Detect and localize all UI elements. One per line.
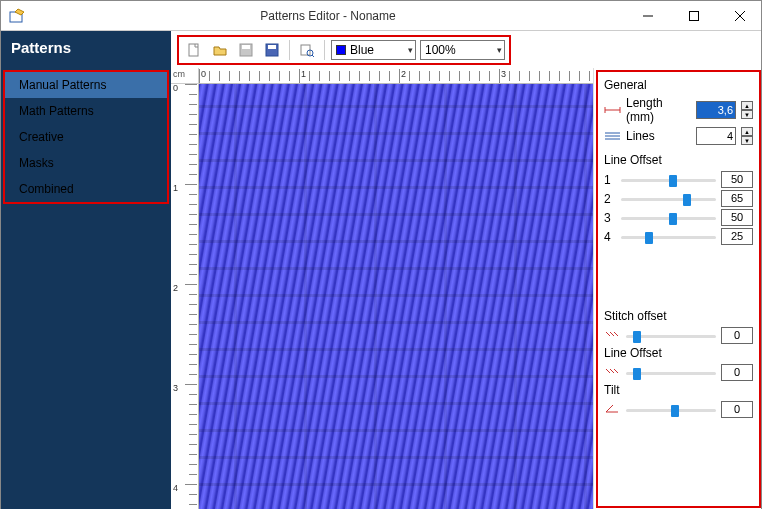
sidebar: Patterns Manual Patterns Math Patterns C… [1,31,171,509]
sidebar-item-label: Manual Patterns [19,78,106,92]
sidebar-item-label: Masks [19,156,54,170]
canvas-wrap: cm 01234 01234 [171,68,593,509]
lineoffset-index: 2 [604,192,616,206]
chevron-down-icon: ▾ [497,45,502,55]
save-as-button[interactable] [261,39,283,61]
svg-line-23 [610,369,614,373]
section-lineoffset2: Line Offset [604,346,753,360]
stitchoffset-slider[interactable] [626,328,716,344]
section-stitchoffset: Stitch offset [604,309,753,323]
lineoffset-value[interactable]: 65 [721,190,753,207]
lineoffset-slider[interactable] [621,191,716,207]
stitchoffset-value[interactable]: 0 [721,327,753,344]
minimize-button[interactable] [625,1,671,31]
app-icon [9,8,25,24]
open-button[interactable] [209,39,231,61]
canvas[interactable] [199,84,593,509]
lineoffset-index: 3 [604,211,616,225]
properties-panel: General Length (mm) ▲▼ Lines ▲▼ [593,68,762,509]
sidebar-item-combined[interactable]: Combined [5,176,167,202]
section-general: General [604,78,753,92]
new-button[interactable] [183,39,205,61]
svg-rect-9 [268,45,276,49]
stitch-icon [604,329,621,343]
color-label: Blue [350,43,374,57]
close-button[interactable] [717,1,762,31]
lineoffset2-value[interactable]: 0 [721,364,753,381]
lineoffset-value[interactable]: 50 [721,171,753,188]
preview-button[interactable] [296,39,318,61]
app-window: Patterns Editor - Noname Patterns Manual… [1,1,762,509]
sidebar-item-manual[interactable]: Manual Patterns [5,72,167,98]
lines-input[interactable] [696,127,736,145]
lineoffset-slider[interactable] [621,229,716,245]
sidebar-items: Manual Patterns Math Patterns Creative M… [3,70,169,204]
svg-rect-2 [690,11,699,20]
main: Blue ▾ 100% ▾ cm 01234 01234 [171,31,762,509]
save-button[interactable] [235,39,257,61]
svg-line-20 [610,332,614,336]
toolbar: Blue ▾ 100% ▾ [171,31,762,68]
sidebar-title: Patterns [1,31,171,68]
length-icon [604,104,621,117]
svg-line-12 [312,55,314,57]
sidebar-item-masks[interactable]: Masks [5,150,167,176]
length-input[interactable] [696,101,736,119]
lines-label: Lines [626,129,691,143]
svg-line-22 [606,369,610,373]
color-select[interactable]: Blue ▾ [331,40,416,60]
zoom-select[interactable]: 100% ▾ [420,40,505,60]
svg-line-19 [606,332,610,336]
toolbar-separator [289,40,290,60]
sidebar-item-label: Creative [19,130,64,144]
lineoffset-icon [604,366,621,380]
window-buttons [625,1,762,31]
lines-spinner[interactable]: ▲▼ [741,127,753,145]
svg-line-21 [614,332,618,336]
svg-rect-7 [242,45,250,49]
sidebar-item-creative[interactable]: Creative [5,124,167,150]
window-title: Patterns Editor - Noname [31,9,625,23]
svg-rect-5 [189,44,198,56]
svg-line-24 [614,369,618,373]
lineoffset2-slider[interactable] [626,365,716,381]
color-swatch [336,45,346,55]
lineoffset-slider[interactable] [621,172,716,188]
ruler-unit: cm [171,68,199,84]
toolbar-separator [324,40,325,60]
lines-icon [604,130,621,143]
sidebar-item-label: Math Patterns [19,104,94,118]
lineoffset-slider[interactable] [621,210,716,226]
tilt-slider[interactable] [626,402,716,418]
tilt-value[interactable]: 0 [721,401,753,418]
sidebar-item-math[interactable]: Math Patterns [5,98,167,124]
section-lineoffset: Line Offset [604,153,753,167]
canvas-area: cm 01234 01234 General [171,68,762,509]
zoom-label: 100% [425,43,456,57]
lineoffset-value[interactable]: 25 [721,228,753,245]
pattern-preview [199,84,593,509]
tilt-icon [604,403,621,417]
app-body: Patterns Manual Patterns Math Patterns C… [1,31,762,509]
length-label: Length (mm) [626,96,691,124]
length-spinner[interactable]: ▲▼ [741,101,753,119]
section-tilt: Tilt [604,383,753,397]
ruler-vertical: 01234 [171,84,199,509]
lineoffset-index: 4 [604,230,616,244]
chevron-down-icon: ▾ [408,45,413,55]
lineoffset-value[interactable]: 50 [721,209,753,226]
lineoffset-index: 1 [604,173,616,187]
ruler-horizontal: 01234 [199,68,593,84]
sidebar-item-label: Combined [19,182,74,196]
maximize-button[interactable] [671,1,717,31]
titlebar: Patterns Editor - Noname [1,1,762,31]
toolbar-group: Blue ▾ 100% ▾ [177,35,511,65]
